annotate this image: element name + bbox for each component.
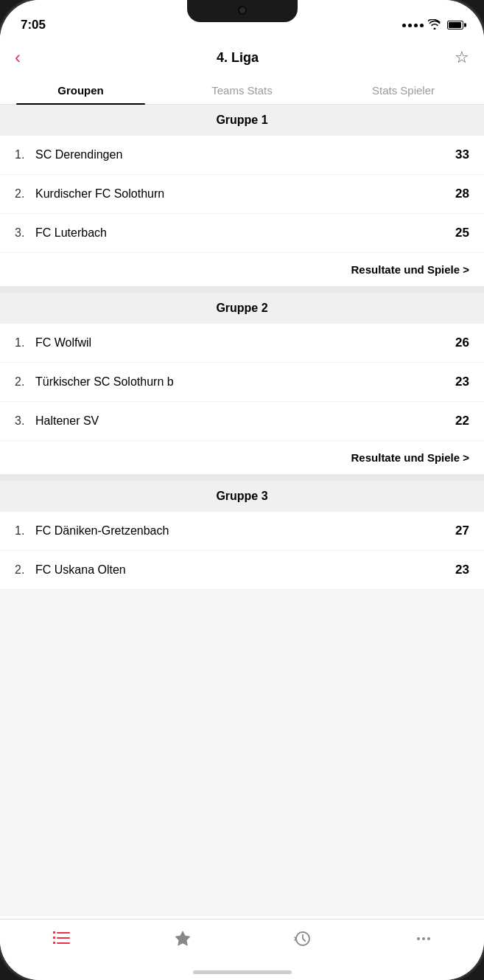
notch	[187, 0, 298, 22]
team-rank: 2.	[15, 187, 35, 201]
table-row: 1. FC Däniken-Gretzenbach 27	[0, 512, 484, 551]
svg-point-7	[417, 937, 420, 940]
phone-container: 7:05 ‹ 4. Liga ☆ Groupen	[0, 0, 484, 980]
table-row: 3. Haltener SV 22	[0, 402, 484, 441]
battery-icon	[447, 21, 463, 29]
team-name: FC Wolfwil	[35, 336, 446, 350]
svg-point-9	[427, 937, 430, 940]
history-icon	[294, 930, 312, 952]
team-rank: 2.	[15, 563, 35, 577]
tab-groupen[interactable]: Groupen	[0, 75, 161, 104]
wifi-icon	[428, 19, 441, 32]
table-row: 3. FC Luterbach 25	[0, 214, 484, 253]
team-score: 28	[446, 187, 469, 201]
tab-teams-stats[interactable]: Teams Stats	[161, 75, 323, 104]
table-row: 1. SC Derendingen 33	[0, 136, 484, 175]
team-rank: 1.	[15, 148, 35, 161]
status-icons	[402, 19, 463, 32]
gruppe-3-header: Gruppe 3	[0, 481, 484, 512]
team-name: Haltener SV	[35, 414, 446, 428]
team-score: 23	[446, 563, 469, 577]
team-score: 33	[446, 147, 469, 162]
team-name: FC Luterbach	[35, 226, 446, 240]
team-name: Türkischer SC Solothurn b	[35, 375, 446, 389]
team-score: 22	[446, 414, 469, 428]
separator	[0, 287, 484, 293]
gruppe-1-results[interactable]: Resultate und Spiele >	[0, 253, 484, 287]
content-area: Gruppe 1 1. SC Derendingen 33 2. Kurdisc…	[0, 105, 484, 916]
more-icon	[415, 930, 432, 952]
team-name: SC Derendingen	[35, 148, 446, 161]
tabs-bar: Groupen Teams Stats Stats Spieler	[0, 75, 484, 105]
svg-point-8	[422, 937, 425, 940]
team-rank: 1.	[15, 336, 35, 350]
back-button[interactable]: ‹	[15, 49, 21, 66]
gruppe-1-header: Gruppe 1	[0, 105, 484, 136]
team-score: 26	[446, 336, 469, 350]
team-score: 25	[446, 226, 469, 240]
header: ‹ 4. Liga ☆	[0, 40, 484, 75]
signal-dots	[402, 24, 424, 27]
team-score: 23	[446, 375, 469, 389]
table-row: 2. Kurdischer FC Solothurn 28	[0, 175, 484, 214]
team-rank: 3.	[15, 226, 35, 240]
nav-list[interactable]	[40, 927, 83, 953]
table-row: 1. FC Wolfwil 26	[0, 324, 484, 363]
favorite-button[interactable]: ☆	[455, 49, 469, 66]
camera	[238, 6, 247, 15]
gruppe-2-results[interactable]: Resultate und Spiele >	[0, 441, 484, 475]
results-link[interactable]: Resultate und Spiele >	[351, 263, 469, 276]
team-rank: 2.	[15, 375, 35, 389]
svg-rect-4	[53, 936, 55, 939]
status-time: 7:05	[21, 18, 46, 32]
team-name: Kurdischer FC Solothurn	[35, 187, 446, 201]
svg-rect-5	[53, 942, 55, 944]
nav-favorites[interactable]	[162, 927, 203, 955]
table-row: 2. Türkischer SC Solothurn b 23	[0, 363, 484, 402]
list-icon	[52, 930, 71, 951]
svg-rect-3	[53, 931, 55, 934]
nav-more[interactable]	[403, 927, 444, 955]
nav-history[interactable]	[282, 927, 323, 955]
gruppe-2-header: Gruppe 2	[0, 293, 484, 324]
results-link[interactable]: Resultate und Spiele >	[351, 451, 469, 464]
team-name: FC Däniken-Gretzenbach	[35, 524, 446, 538]
table-row: 2. FC Uskana Olten 23	[0, 551, 484, 590]
team-score: 27	[446, 524, 469, 538]
team-rank: 3.	[15, 414, 35, 428]
page-title: 4. Liga	[217, 50, 259, 66]
tab-stats-spieler[interactable]: Stats Spieler	[323, 75, 484, 104]
team-name: FC Uskana Olten	[35, 563, 446, 577]
home-indicator	[193, 970, 292, 974]
team-rank: 1.	[15, 524, 35, 538]
star-icon	[174, 930, 192, 952]
separator	[0, 475, 484, 481]
